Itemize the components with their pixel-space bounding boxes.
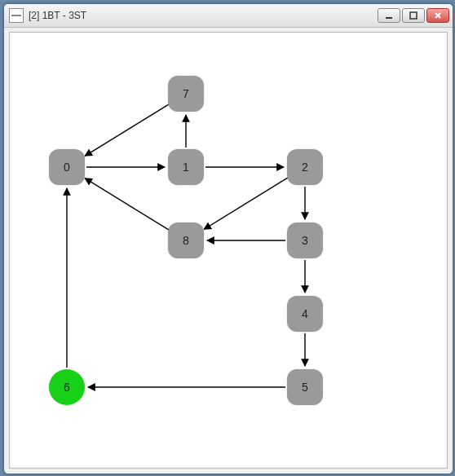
- graph-node-2[interactable]: 2: [287, 149, 323, 185]
- app-icon: [9, 8, 24, 23]
- maximize-button[interactable]: [402, 8, 425, 23]
- window-controls: [378, 8, 449, 23]
- edge-2-8: [204, 178, 288, 230]
- graph-canvas[interactable]: 012345678: [10, 33, 447, 468]
- graph-node-6[interactable]: 6: [49, 369, 85, 405]
- titlebar[interactable]: [2] 1BT - 3ST: [4, 4, 453, 28]
- graph-node-7[interactable]: 7: [168, 76, 204, 112]
- edge-8-0: [85, 178, 169, 231]
- client-area: 012345678: [9, 32, 448, 469]
- graph-node-5[interactable]: 5: [287, 369, 323, 405]
- graph-node-3[interactable]: 3: [287, 223, 323, 258]
- window-title: [2] 1BT - 3ST: [29, 10, 378, 21]
- graph-node-0[interactable]: 0: [49, 149, 85, 185]
- graph-node-8[interactable]: 8: [168, 223, 204, 258]
- graph-node-4[interactable]: 4: [287, 296, 323, 332]
- edge-7-0: [85, 104, 169, 156]
- svg-rect-1: [410, 12, 417, 19]
- app-window: [2] 1BT - 3ST 012345678: [3, 3, 453, 474]
- close-button[interactable]: [426, 8, 449, 23]
- minimize-button[interactable]: [378, 8, 400, 23]
- graph-node-1[interactable]: 1: [168, 149, 204, 185]
